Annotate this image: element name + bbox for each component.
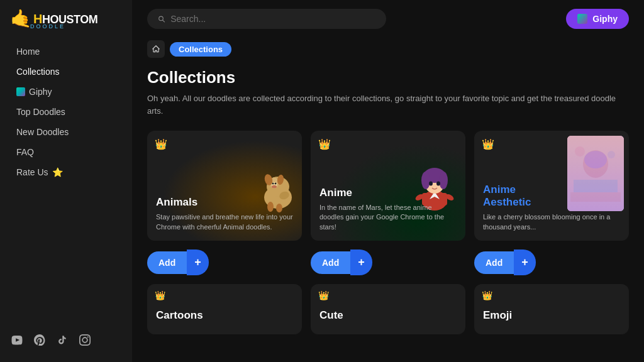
new-doodles-label: New Doodles	[16, 127, 69, 137]
breadcrumb-active: Collections	[170, 42, 231, 57]
page-content: Collections Oh yeah. All our doodles are…	[132, 68, 644, 334]
svg-point-5	[275, 183, 277, 185]
crown-emoji: 👑	[482, 290, 492, 300]
card-cute-content: Cute	[311, 300, 465, 334]
sidebar-item-faq[interactable]: FAQ	[10, 143, 122, 162]
card-anime-content: Anime In the name of Mars, let these ani…	[311, 178, 465, 241]
rate-us-label: Rate Us	[16, 167, 48, 177]
card-aesthetic-actions: Add +	[474, 250, 629, 275]
tiktok-icon[interactable]	[55, 333, 69, 347]
youtube-icon[interactable]	[10, 333, 24, 347]
logo-sub: DOODLE	[10, 24, 97, 30]
sidebar-item-collections[interactable]: Collections	[10, 62, 122, 81]
card-cartoons-title: Cartoons	[156, 309, 293, 322]
crown-anime: 👑	[318, 138, 331, 150]
card-emoji-content: Emoji	[474, 300, 629, 334]
crown-animals: 👑	[155, 138, 167, 150]
card-aesthetic-title: AnimeAesthetic	[483, 184, 620, 209]
card-animals[interactable]: 👑	[147, 131, 302, 275]
card-cute-title: Cute	[319, 309, 457, 322]
giphy-btn-icon	[577, 14, 587, 24]
sidebar-nav: Home Collections Giphy Top Doodles New D…	[0, 42, 132, 323]
collections-label: Collections	[16, 67, 59, 77]
svg-point-25	[584, 151, 607, 168]
top-doodles-label: Top Doodles	[16, 107, 65, 117]
card-anime[interactable]: 👑	[311, 131, 465, 275]
card-anime-actions: Add +	[311, 250, 465, 275]
sidebar-item-top-doodles[interactable]: Top Doodles	[10, 102, 122, 121]
search-input[interactable]	[170, 14, 376, 24]
logo-area: 🤙 HHOUSTOM DOODLE	[0, 10, 132, 42]
page-title: Collections	[147, 68, 629, 87]
home-label: Home	[16, 47, 40, 57]
animals-add-plus-button[interactable]: +	[187, 250, 209, 275]
aesthetic-add-button[interactable]: Add	[474, 251, 514, 274]
card-emoji-inner: 👑 Emoji	[474, 284, 629, 334]
star-icon: ⭐	[52, 167, 63, 177]
faq-label: FAQ	[16, 147, 34, 157]
pinterest-icon[interactable]	[33, 333, 47, 347]
anime-add-plus-button[interactable]: +	[350, 250, 372, 275]
collections-grid: 👑	[147, 131, 629, 275]
card-animals-inner: 👑	[147, 131, 302, 241]
sidebar-item-home[interactable]: Home	[10, 42, 122, 61]
svg-point-28	[575, 146, 585, 156]
crown-aesthetic: 👑	[482, 138, 494, 150]
sidebar-item-rate-us[interactable]: Rate Us ⭐	[10, 163, 122, 182]
search-bar	[147, 9, 386, 29]
topbar: Giphy	[132, 0, 644, 38]
card-cartoons-inner: 👑 Cartoons	[147, 284, 302, 334]
sidebar-item-new-doodles[interactable]: New Doodles	[10, 123, 122, 141]
card-anime-title: Anime	[319, 187, 457, 199]
crown-cartoons: 👑	[155, 290, 165, 300]
card-animals-desc: Stay pawsitive and breathe new life into…	[156, 212, 293, 232]
sidebar-item-giphy[interactable]: Giphy	[10, 82, 122, 101]
giphy-icon	[16, 87, 25, 96]
social-icons	[0, 323, 132, 352]
search-icon	[157, 14, 165, 23]
card-animals-actions: Add +	[147, 250, 302, 275]
instagram-icon[interactable]	[78, 333, 92, 347]
card-cute-inner: 👑 Cute	[311, 284, 465, 334]
svg-point-24	[583, 150, 608, 178]
breadcrumb-home[interactable]	[147, 40, 165, 58]
svg-point-29	[608, 151, 615, 158]
page-subtitle: Oh yeah. All our doodles are collected a…	[147, 92, 629, 117]
card-cartoons[interactable]: 👑 Cartoons	[147, 284, 302, 334]
card-aesthetic-inner: 👑 AnimeAesth	[474, 131, 629, 241]
card-anime-desc: In the name of Mars, let these anime doo…	[319, 203, 457, 232]
breadcrumb: Collections	[132, 38, 644, 68]
giphy-topbar-button[interactable]: Giphy	[566, 9, 629, 29]
card-anime-inner: 👑	[311, 131, 465, 241]
card-aesthetic-content: AnimeAesthetic Like a cherry blossom blo…	[474, 175, 629, 241]
crown-cute: 👑	[318, 290, 329, 300]
animals-add-button[interactable]: Add	[147, 251, 187, 274]
aesthetic-add-plus-button[interactable]: +	[514, 250, 536, 275]
logo: 🤙 HHOUSTOM DOODLE	[10, 10, 97, 30]
card-animals-title: Animals	[156, 196, 293, 209]
giphy-label: Giphy	[29, 87, 52, 97]
card-cartoons-content: Cartoons	[147, 300, 302, 334]
giphy-btn-label: Giphy	[592, 14, 618, 24]
card-aesthetic-desc: Like a cherry blossom blooming once in a…	[483, 212, 620, 232]
card-cute[interactable]: 👑 Cute	[311, 284, 465, 334]
sidebar: 🤙 HHOUSTOM DOODLE Home Collections Giphy…	[0, 0, 132, 362]
main-content: Giphy Collections Collections Oh yeah. A…	[132, 0, 644, 362]
card-emoji[interactable]: 👑 Emoji	[474, 284, 629, 334]
svg-point-4	[272, 183, 274, 185]
card-anime-aesthetic[interactable]: 👑 AnimeAesth	[474, 131, 629, 275]
collections-grid-row2: 👑 Cartoons 👑 Cute 👑	[147, 284, 629, 334]
anime-add-button[interactable]: Add	[311, 251, 350, 274]
card-emoji-title: Emoji	[483, 309, 620, 322]
card-animals-content: Animals Stay pawsitive and breathe new l…	[147, 187, 302, 241]
